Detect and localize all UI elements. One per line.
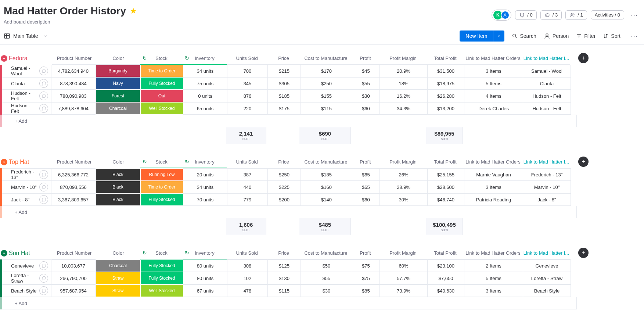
link-inventory-cell[interactable]: Samuel - Wool — [523, 65, 571, 77]
link-orders-cell[interactable]: Derek Charles — [464, 102, 523, 115]
chat-icon[interactable] — [39, 104, 48, 113]
stock-cell[interactable]: Fully Stocked — [141, 78, 183, 89]
price-cell[interactable]: $215 — [268, 65, 301, 77]
cost-cell[interactable]: $55 — [301, 272, 352, 284]
cost-cell[interactable]: $160 — [301, 181, 352, 193]
color-cell[interactable]: Forest — [96, 90, 140, 102]
column-header-product_number[interactable]: Product Number — [52, 247, 96, 259]
column-header-margin[interactable]: Profit Margin — [379, 247, 427, 259]
total-profit-cell[interactable]: $23,100 — [428, 259, 464, 272]
color-cell[interactable]: Black — [96, 169, 140, 180]
column-header-link1[interactable]: Link to Mad Hatter Orders — [464, 156, 522, 168]
color-cell[interactable]: Charcoal — [96, 260, 140, 272]
units-sold-cell[interactable]: 876 — [227, 90, 268, 102]
column-header-units_sold[interactable]: Units Sold — [227, 247, 267, 259]
units-sold-cell[interactable]: 308 — [227, 259, 268, 272]
margin-cell[interactable]: 28.9% — [380, 181, 428, 193]
column-header-link2[interactable]: Link to Mad Hatter I... — [522, 52, 570, 65]
link-inventory-cell[interactable]: Hudson - Felt — [523, 102, 571, 115]
search-button[interactable]: Search — [512, 33, 536, 39]
new-item-dropdown[interactable] — [493, 31, 504, 42]
more-menu-icon[interactable]: ⋯ — [628, 11, 640, 19]
cost-cell[interactable]: $155 — [301, 90, 352, 102]
profit-cell[interactable]: $75 — [352, 259, 380, 272]
item-name-cell[interactable]: Frederich - 13" — [2, 168, 51, 181]
filter-button[interactable]: Filter — [576, 33, 596, 39]
inventory-cell[interactable]: 70 units — [183, 193, 227, 206]
total-profit-cell[interactable]: $31,500 — [428, 65, 464, 77]
stock-cell[interactable]: Running Low — [141, 169, 183, 180]
column-header-total_profit[interactable]: Total Profit — [427, 247, 464, 259]
add-column-button[interactable]: + — [578, 157, 589, 167]
inventory-cell[interactable]: 65 units — [183, 102, 227, 115]
stock-cell[interactable]: Well Stocked — [141, 103, 183, 114]
price-cell[interactable]: $175 — [268, 102, 301, 115]
link-inventory-cell[interactable]: Genevieve — [523, 259, 571, 272]
add-item-row[interactable]: + Add — [0, 297, 577, 309]
units-sold-cell[interactable]: 700 — [227, 65, 268, 77]
product-number-cell[interactable]: 10,003,677 — [51, 259, 96, 272]
profit-cell[interactable]: $60 — [352, 193, 380, 206]
column-header-inventory[interactable]: ↻Inventory — [183, 52, 227, 65]
item-name-cell[interactable]: Hudson - Felt — [2, 90, 51, 102]
stock-cell[interactable]: Well Stocked — [141, 285, 183, 297]
units-sold-cell[interactable]: 345 — [227, 77, 268, 90]
margin-cell[interactable]: 30% — [380, 193, 428, 206]
people-stat[interactable]: / 1 — [565, 10, 587, 20]
product-number-cell[interactable]: 870,093,556 — [51, 181, 96, 193]
price-cell[interactable]: $250 — [268, 168, 301, 181]
product-number-cell[interactable]: 788,090,983 — [51, 90, 96, 102]
column-header-color[interactable]: Color — [96, 156, 140, 168]
column-header-color[interactable]: Color — [96, 52, 140, 65]
product-number-cell[interactable]: 7,889,878,604 — [51, 102, 96, 115]
inventory-cell[interactable]: 80 units — [183, 259, 227, 272]
total-profit-cell[interactable]: $13,200 — [428, 102, 464, 115]
units-sold-cell[interactable]: 440 — [227, 181, 268, 193]
total-profit-cell[interactable]: $18,975 — [428, 77, 464, 90]
star-icon[interactable]: ★ — [130, 6, 137, 16]
units-sold-cell[interactable]: 387 — [227, 168, 268, 181]
link-orders-cell[interactable]: 3 Items — [464, 284, 523, 297]
profit-cell[interactable]: $75 — [352, 272, 380, 284]
chat-icon[interactable] — [39, 261, 48, 270]
product-number-cell[interactable]: 6,325,366,772 — [51, 168, 96, 181]
stock-cell[interactable]: Time to Order — [141, 65, 183, 77]
chat-icon[interactable] — [39, 67, 48, 75]
chat-icon[interactable] — [39, 195, 48, 204]
link-inventory-cell[interactable]: Marvin - 10" — [523, 181, 571, 193]
link-inventory-cell[interactable]: Frederich - 13" — [523, 168, 571, 181]
column-header-profit[interactable]: Profit — [352, 247, 379, 259]
inventory-cell[interactable]: 80 units — [183, 272, 227, 284]
item-name-cell[interactable]: Loretta - Straw — [2, 272, 51, 284]
inventory-cell[interactable]: 0 units — [183, 90, 227, 102]
price-cell[interactable]: $225 — [268, 181, 301, 193]
chat-icon[interactable] — [39, 274, 48, 283]
link-orders-cell[interactable]: 5 Items — [464, 77, 523, 90]
chat-icon[interactable] — [39, 183, 48, 191]
product-number-cell[interactable]: 4,782,634,940 — [51, 65, 96, 77]
column-header-product_number[interactable]: Product Number — [52, 52, 96, 65]
column-header-units_sold[interactable]: Units Sold — [227, 156, 267, 168]
collapse-icon[interactable] — [1, 159, 7, 165]
column-header-profit[interactable]: Profit — [352, 52, 379, 65]
view-selector[interactable]: Main Table — [4, 33, 47, 39]
column-header-cost[interactable]: Cost to Manufacture — [300, 247, 352, 259]
column-header-margin[interactable]: Profit Margin — [379, 156, 427, 168]
profit-cell[interactable]: $85 — [352, 284, 380, 297]
column-header-color[interactable]: Color — [96, 247, 140, 259]
total-profit-cell[interactable]: $26,280 — [428, 90, 464, 102]
cost-cell[interactable]: $140 — [301, 193, 352, 206]
cost-cell[interactable]: $50 — [301, 259, 352, 272]
add-item-row[interactable]: + Add — [0, 115, 577, 127]
members-pill[interactable]: K — [492, 10, 511, 21]
total-profit-cell[interactable]: $7,650 — [428, 272, 464, 284]
color-cell[interactable]: Burgundy — [96, 65, 140, 77]
units-sold-cell[interactable]: 102 — [227, 272, 268, 284]
column-header-stock[interactable]: ↻Stock — [140, 247, 183, 259]
total-profit-cell[interactable]: $25,155 — [428, 168, 464, 181]
item-name-cell[interactable]: Jack - 8" — [2, 193, 51, 206]
item-name-cell[interactable]: Clarita — [2, 77, 51, 90]
column-header-cost[interactable]: Cost to Manufacture — [300, 52, 352, 65]
profit-cell[interactable]: $30 — [352, 90, 380, 102]
stock-cell[interactable]: Out — [141, 90, 183, 102]
